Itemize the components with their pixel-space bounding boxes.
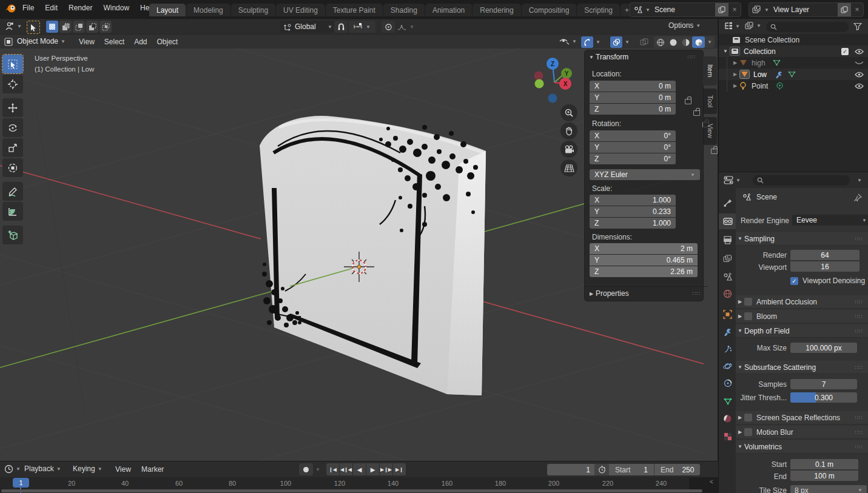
tab-object-icon[interactable] [719,307,736,321]
outliner-row-collection[interactable]: ▼ Collection ✓ [719,45,868,57]
auto-keying-button[interactable]: ▼ [299,463,320,475]
bloom-checkbox[interactable] [744,312,752,320]
viewport-menu-object[interactable]: Object [152,36,183,47]
proportional-editing-icon[interactable] [382,21,395,33]
collection-visibility-eye-icon[interactable] [855,49,864,55]
tool-scale[interactable] [2,138,23,157]
location-y-lock-icon[interactable] [693,110,700,116]
expand-icon[interactable]: ▶ [731,83,739,89]
dof-panel-header[interactable]: ▼Depth of Field∷∷ [736,324,868,338]
sampling-render-field[interactable]: 64 [790,250,860,260]
dof-max-size-field[interactable]: 100.000 px [790,343,857,353]
hidden-eye-icon[interactable] [855,60,864,66]
timeline-view-menu[interactable]: View [115,465,131,474]
snap-magnet-icon[interactable] [334,21,348,33]
properties-subpanel-header[interactable]: ▶Properties∷∷ [585,286,708,300]
ssr-panel-header[interactable]: ▶ Screen Space Reflections∷∷ [736,411,868,424]
tool-settings-icon[interactable]: ▼ [4,21,22,32]
expand-icon[interactable]: ▶ [731,72,739,77]
render-engine-dropdown[interactable]: Eevee▼ [792,215,868,226]
select-mode-extend-button[interactable] [59,21,72,33]
pin-icon[interactable] [854,193,862,201]
location-x-field[interactable]: X0 m [590,81,676,92]
tab-material-icon[interactable] [719,411,736,426]
ssr-checkbox[interactable] [744,414,752,421]
tool-measure[interactable] [2,202,23,221]
collapse-region-chevron[interactable]: < [710,478,713,485]
motion-blur-checkbox[interactable] [744,428,752,436]
shading-dropdown-chevron[interactable]: ▼ [707,39,712,45]
next-keyframe-button[interactable]: ▶❙▶ [380,463,392,475]
sampling-panel-header[interactable]: ▼Sampling∷∷ [736,232,868,246]
dimensions-y-field[interactable]: Y0.465 m [590,255,698,266]
tab-modeling[interactable]: Modeling [186,4,230,16]
tab-layout[interactable]: Layout [149,4,186,16]
unlink-scene-button[interactable]: × [728,5,741,14]
sss-panel-header[interactable]: ▼Subsurface Scattering∷∷ [736,361,868,374]
select-mode-intersect-button[interactable] [99,21,112,33]
volumetrics-end-field[interactable]: 100 m [790,471,858,481]
sss-jitter-slider[interactable]: 0.300 [790,392,857,403]
tab-object-data-icon[interactable] [719,394,736,409]
properties-search-input[interactable] [753,175,850,186]
outliner-row-low[interactable]: ▶ Low [719,69,868,80]
xray-toggle[interactable] [638,36,650,48]
menu-window[interactable]: Window [98,2,135,14]
tab-modifiers-icon[interactable] [719,325,736,340]
tab-physics-icon[interactable] [719,359,736,374]
tab-texture-icon[interactable] [719,429,736,444]
tab-particles-icon[interactable] [719,342,736,357]
outliner-row-scene-collection[interactable]: Scene Collection [719,34,868,45]
gizmo-neg-y[interactable] [535,79,544,89]
location-z-field[interactable]: Z0 m [590,104,676,115]
menu-edit[interactable]: Edit [39,2,63,14]
pan-view-button[interactable] [560,122,577,139]
viewport-menu-select[interactable]: Select [99,36,129,47]
tab-compositing[interactable]: Compositing [522,4,577,16]
collection-checkbox[interactable]: ✓ [841,48,849,55]
snap-target-dropdown[interactable]: ▼ [349,21,375,33]
tool-rotate[interactable] [2,118,23,137]
rotation-mode-dropdown[interactable]: XYZ Euler▼ [590,169,700,180]
overlays-toggle[interactable]: ▼ [610,36,630,48]
tab-rendering[interactable]: Rendering [473,4,520,16]
visibility-eye-icon[interactable] [855,83,864,89]
scale-x-field[interactable]: X1.000 [590,195,676,206]
sidebar-tab-item[interactable]: Item [703,56,717,86]
tool-move[interactable] [2,98,23,117]
properties-editor-icon[interactable]: ▼ [724,176,741,184]
frame-end-field[interactable]: End 250 [654,464,700,475]
tab-shading[interactable]: Shading [383,4,425,16]
navigation-gizmo[interactable]: Z Y X [534,58,579,109]
active-tool-select-box[interactable] [27,21,40,34]
timeline-editor-icon[interactable]: ▼ [4,464,21,474]
outliner-display-mode-icon[interactable]: ▼ [745,22,761,30]
tab-constraints-icon[interactable] [719,376,736,391]
ambient-occlusion-panel-header[interactable]: ▶ Ambient Occlusion∷∷ [736,295,868,309]
sidebar-tab-tool[interactable]: Tool [703,89,717,114]
use-preview-range-icon[interactable] [594,464,609,475]
tool-add-cube[interactable] [2,226,23,244]
tombstone-mesh[interactable] [260,116,486,395]
select-mode-subtract-button[interactable] [73,21,85,33]
transform-panel-header[interactable]: ▼Transform∷∷ [585,50,703,64]
viewport-menu-view[interactable]: View [74,36,99,47]
rotation-y-field[interactable]: Y0° [590,142,676,153]
viewport-denoising-row[interactable]: ✓ Viewport Denoising [790,277,865,285]
shading-material-button[interactable] [679,36,692,48]
editor-type-icon[interactable] [4,37,13,47]
outliner-row-point[interactable]: ▶ Point [719,80,868,92]
timeline-marker-menu[interactable]: Marker [141,465,164,474]
location-x-lock-icon[interactable] [685,99,691,104]
sidebar-tab-view[interactable]: View [703,117,717,145]
new-view-layer-button[interactable] [838,3,851,16]
volumetrics-start-field[interactable]: 0.1 m [790,459,858,469]
toggle-ortho-button[interactable] [560,159,577,176]
view-layer-name[interactable]: View Layer [769,5,838,14]
tab-scene-icon[interactable] [719,269,736,284]
new-scene-button[interactable] [715,3,728,16]
breadcrumb-scene-label[interactable]: Scene [756,193,777,201]
sampling-viewport-field[interactable]: 16 [790,261,860,272]
tab-sculpting[interactable]: Sculpting [231,4,275,16]
rotation-x-lock-icon[interactable] [711,149,718,154]
